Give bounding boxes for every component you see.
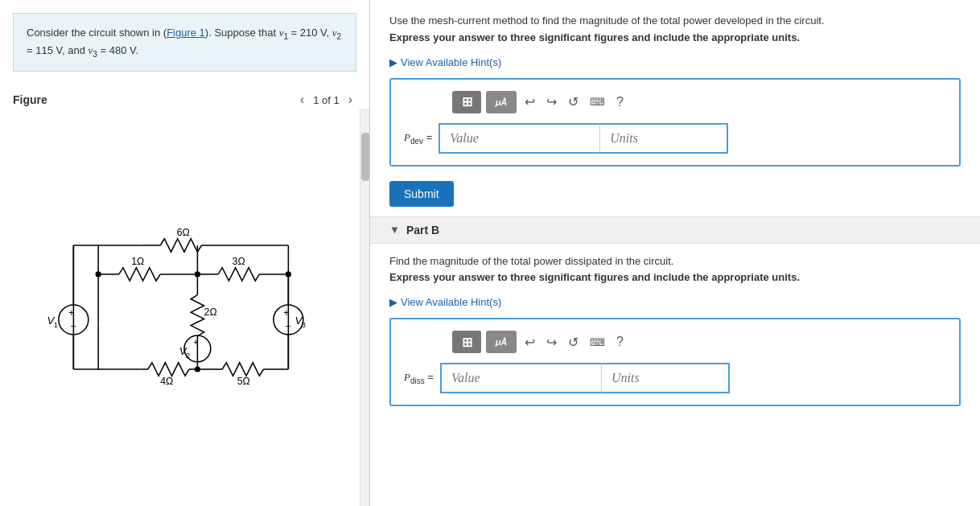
left-scrollbar[interactable] xyxy=(360,109,369,506)
mu-button-a[interactable]: μÅ xyxy=(486,91,517,113)
help-button-a[interactable]: ? xyxy=(613,93,627,111)
redo-button-b[interactable]: ↪ xyxy=(543,333,560,352)
svg-text:+: + xyxy=(68,307,74,319)
hint-label: View Available Hint(s) xyxy=(401,56,501,68)
units-input-b[interactable] xyxy=(601,363,730,393)
svg-text:1: 1 xyxy=(53,321,57,329)
left-panel: Consider the circuit shown in (Figure 1)… xyxy=(0,0,370,506)
problem-statement: Consider the circuit shown in (Figure 1)… xyxy=(13,13,356,72)
figure-label: Figure xyxy=(13,93,47,106)
figure-link[interactable]: Figure 1 xyxy=(167,27,205,39)
part-b-divider: ▼ Part B xyxy=(370,216,980,244)
input-row-b: Pdiss = xyxy=(404,363,946,393)
problem-text: Consider the circuit shown in (Figure 1)… xyxy=(27,27,341,56)
undo-button-b[interactable]: ↩ xyxy=(521,333,538,352)
svg-point-20 xyxy=(95,271,101,277)
value-input-b[interactable] xyxy=(440,363,601,393)
svg-text:−: − xyxy=(285,321,290,332)
help-button-b[interactable]: ? xyxy=(613,333,627,351)
refresh-button-b[interactable]: ↺ xyxy=(565,333,582,352)
svg-text:−: − xyxy=(70,321,76,332)
part-b-bold: Express your answer to three significant… xyxy=(389,271,800,283)
svg-text:+: + xyxy=(283,307,289,319)
hint-arrow: ▶ xyxy=(389,56,397,68)
svg-point-21 xyxy=(194,271,200,277)
keyboard-button-a[interactable]: ⌨ xyxy=(587,94,608,109)
input-row-a: Pdev = xyxy=(404,123,946,154)
svg-text:6Ω: 6Ω xyxy=(176,227,189,238)
instructions-bold: Express your answer to three significant… xyxy=(389,31,800,43)
svg-text:3: 3 xyxy=(301,321,305,329)
next-figure-button[interactable]: › xyxy=(344,91,356,109)
left-scroll-thumb[interactable] xyxy=(361,133,369,181)
refresh-button-a[interactable]: ↺ xyxy=(565,93,582,111)
circuit-diagram: + − V 1 + V 2 + − V 3 6Ω xyxy=(32,211,338,404)
part-a-answer-box: ⊞ μÅ ↩ ↪ ↺ ⌨ ? Pdev = xyxy=(389,78,961,167)
figure-header: Figure ‹ 1 of 1 › xyxy=(0,91,369,109)
redo-button-a[interactable]: ↪ xyxy=(543,93,560,111)
page-indicator: 1 of 1 xyxy=(313,94,340,106)
part-b-hint-toggle[interactable]: ▶ View Available Hint(s) xyxy=(389,296,961,308)
value-input-a[interactable] xyxy=(439,123,599,154)
circuit-container: + − V 1 + V 2 + − V 3 6Ω xyxy=(0,109,369,506)
svg-text:5Ω: 5Ω xyxy=(237,376,249,387)
pdev-label: Pdev = xyxy=(404,131,432,146)
hint-toggle[interactable]: ▶ View Available Hint(s) xyxy=(389,56,961,68)
toolbar-b: ⊞ μÅ ↩ ↪ ↺ ⌨ ? xyxy=(452,331,946,353)
part-b-instructions: Find the magnitude of the total power di… xyxy=(389,253,961,287)
mu-button-b[interactable]: μÅ xyxy=(486,331,517,353)
svg-text:4Ω: 4Ω xyxy=(160,376,173,387)
part-b-hint-arrow: ▶ xyxy=(389,296,397,308)
svg-text:1Ω: 1Ω xyxy=(131,256,144,267)
part-b-answer-box: ⊞ μÅ ↩ ↪ ↺ ⌨ ? Pdiss = xyxy=(389,318,961,406)
part-b-hint-label: View Available Hint(s) xyxy=(401,296,501,308)
pdiss-label: Pdiss = xyxy=(404,371,434,385)
svg-text:+: + xyxy=(193,337,199,347)
undo-button-a[interactable]: ↩ xyxy=(521,93,538,111)
svg-text:2Ω: 2Ω xyxy=(204,306,216,318)
figure-nav: ‹ 1 of 1 › xyxy=(296,91,356,109)
toolbar-a: ⊞ μÅ ↩ ↪ ↺ ⌨ ? xyxy=(452,91,946,113)
part-a-instructions: Use the mesh-current method to find the … xyxy=(389,13,961,47)
svg-point-22 xyxy=(194,367,200,372)
matrix-button-a[interactable]: ⊞ xyxy=(452,91,481,113)
submit-button[interactable]: Submit xyxy=(389,181,454,207)
svg-text:2: 2 xyxy=(186,352,190,360)
units-input-a[interactable] xyxy=(599,123,728,154)
part-b-label: Part B xyxy=(406,224,439,237)
prev-figure-button[interactable]: ‹ xyxy=(296,91,308,109)
matrix-button-b[interactable]: ⊞ xyxy=(452,331,481,353)
part-b-instructions-text: Find the magnitude of the total power di… xyxy=(389,255,673,267)
part-b-toggle-button[interactable]: ▼ xyxy=(389,224,400,236)
svg-text:3Ω: 3Ω xyxy=(232,256,245,267)
right-panel: Use the mesh-current method to find the … xyxy=(370,0,980,506)
keyboard-button-b[interactable]: ⌨ xyxy=(587,335,608,350)
instructions-text: Use the mesh-current method to find the … xyxy=(389,14,825,27)
